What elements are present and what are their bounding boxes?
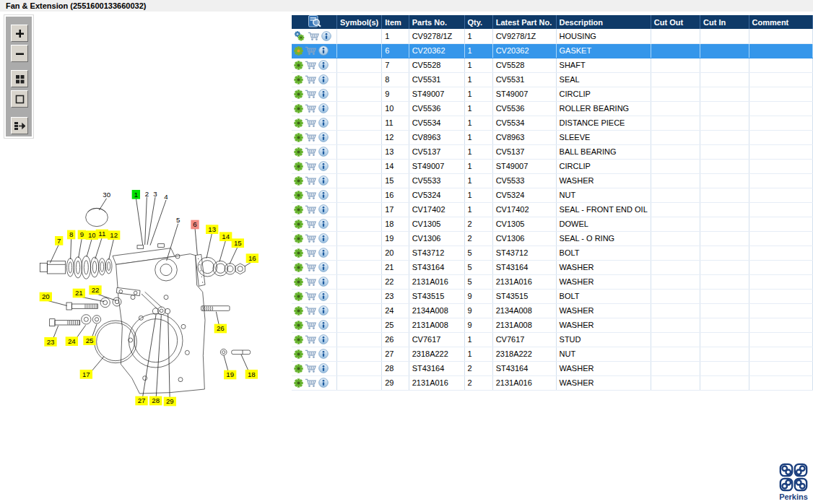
- callout-25[interactable]: 25: [83, 324, 97, 345]
- cart-icon[interactable]: [305, 219, 317, 229]
- info-icon[interactable]: [318, 349, 329, 359]
- gear-icon[interactable]: [294, 277, 303, 287]
- info-icon[interactable]: [318, 190, 329, 200]
- callout-6[interactable]: 6: [191, 220, 199, 255]
- table-row[interactable]: 7CV55281CV5528SHAFT: [292, 58, 813, 72]
- table-row[interactable]: 13CV51371CV5137BALL BEARING: [292, 144, 813, 159]
- table-row[interactable]: 28ST431642ST43164WASHER: [292, 361, 813, 375]
- cart-icon[interactable]: [305, 74, 317, 84]
- cart-icon[interactable]: [305, 248, 317, 258]
- callout-14[interactable]: 14: [219, 232, 232, 261]
- zoom-out-button[interactable]: [11, 45, 28, 62]
- gear-icon[interactable]: [294, 306, 303, 316]
- callout-26[interactable]: 26: [214, 312, 227, 334]
- full-view-button[interactable]: [11, 90, 28, 108]
- info-icon[interactable]: [318, 204, 329, 214]
- table-row[interactable]: 252131A00892131A008WASHER: [292, 318, 813, 332]
- table-row[interactable]: 6CV203621CV20362GASKET: [292, 43, 813, 58]
- callout-1[interactable]: 1: [132, 190, 143, 245]
- callout-4[interactable]: 4: [150, 193, 168, 246]
- table-row[interactable]: 292131A01622131A016WASHER: [292, 375, 813, 390]
- cart-icon[interactable]: [305, 103, 317, 113]
- callout-20[interactable]: 20: [40, 292, 67, 306]
- cart-icon[interactable]: [305, 320, 317, 330]
- cart-icon[interactable]: [305, 277, 317, 287]
- gear-icon[interactable]: [294, 234, 303, 243]
- info-icon[interactable]: [318, 74, 329, 84]
- table-row[interactable]: 242134A00892134A008WASHER: [292, 303, 813, 318]
- callout-3[interactable]: 3: [147, 190, 157, 245]
- callout-11[interactable]: 11: [95, 230, 108, 259]
- gear-icon[interactable]: [294, 104, 303, 113]
- zoom-in-button[interactable]: [11, 25, 28, 42]
- table-row[interactable]: 14ST490071ST49007CIRCLIP: [292, 159, 813, 173]
- info-icon[interactable]: [318, 378, 329, 388]
- callout-24[interactable]: 24: [66, 325, 86, 346]
- cart-icon[interactable]: [305, 363, 317, 373]
- gear-icon[interactable]: [294, 321, 303, 330]
- cart-icon[interactable]: [305, 45, 317, 56]
- table-row[interactable]: 20ST437125ST43712BOLT: [292, 246, 813, 260]
- table-row[interactable]: 10CV55361CV5536ROLLER BEARING: [292, 101, 813, 116]
- gear-icon[interactable]: [294, 118, 303, 128]
- info-icon[interactable]: [318, 248, 329, 258]
- info-icon[interactable]: [318, 103, 329, 113]
- callout-8[interactable]: 8: [67, 230, 75, 259]
- gear-icon[interactable]: [294, 90, 303, 99]
- info-icon[interactable]: [318, 147, 329, 157]
- callout-18[interactable]: 18: [241, 355, 258, 379]
- gear-icon[interactable]: [294, 349, 303, 359]
- info-icon[interactable]: [318, 320, 329, 330]
- gear-active-icon[interactable]: [294, 46, 303, 56]
- gear-icon[interactable]: [294, 133, 303, 142]
- gear-icon[interactable]: [294, 61, 303, 70]
- cart-icon[interactable]: [305, 132, 317, 142]
- cart-icon[interactable]: [305, 349, 317, 359]
- gear-icon[interactable]: [294, 220, 303, 229]
- table-row[interactable]: 12CV89631CV8963SLEEVE: [292, 130, 813, 144]
- info-icon[interactable]: [318, 175, 329, 186]
- callout-15[interactable]: 15: [230, 238, 244, 264]
- cart-icon[interactable]: [305, 233, 317, 243]
- cart-icon[interactable]: [308, 31, 320, 41]
- info-icon[interactable]: [318, 277, 329, 287]
- table-row[interactable]: 8CV55311CV5531SEAL: [292, 72, 813, 87]
- callout-23[interactable]: 23: [44, 326, 58, 347]
- gear-icon[interactable]: [294, 75, 303, 84]
- gear-icon[interactable]: [294, 248, 303, 258]
- gear-icon[interactable]: [294, 263, 303, 272]
- table-row[interactable]: 272318A22212318A222NUT: [292, 347, 813, 361]
- gears-icon[interactable]: [294, 31, 306, 41]
- info-icon[interactable]: [318, 262, 329, 272]
- cart-icon[interactable]: [305, 378, 317, 388]
- gear-icon[interactable]: [294, 364, 303, 373]
- cart-icon[interactable]: [305, 204, 317, 214]
- gear-icon[interactable]: [294, 147, 303, 157]
- gear-icon[interactable]: [294, 378, 303, 388]
- cart-icon[interactable]: [305, 305, 317, 316]
- cart-icon[interactable]: [305, 60, 317, 70]
- info-icon[interactable]: [318, 89, 329, 99]
- table-row[interactable]: 1CV9278/1Z1CV9278/1ZHOUSING: [292, 29, 813, 43]
- info-icon[interactable]: [318, 161, 329, 171]
- info-icon[interactable]: [318, 60, 329, 70]
- cart-icon[interactable]: [305, 291, 317, 301]
- callout-30[interactable]: 30: [99, 191, 110, 210]
- gear-icon[interactable]: [294, 191, 303, 200]
- table-row[interactable]: 18CV13052CV1305DOWEL: [292, 217, 813, 231]
- cart-icon[interactable]: [305, 190, 317, 200]
- gear-icon[interactable]: [294, 292, 303, 301]
- callout-16[interactable]: 16: [245, 253, 258, 266]
- info-icon[interactable]: [318, 305, 329, 316]
- table-row[interactable]: 11CV55341CV5534DISTANCE PIECE: [292, 116, 813, 130]
- info-icon[interactable]: [318, 233, 329, 243]
- callout-19[interactable]: 19: [224, 355, 236, 379]
- callout-13[interactable]: 13: [206, 225, 218, 258]
- info-icon[interactable]: [318, 219, 329, 229]
- cart-icon[interactable]: [305, 89, 317, 99]
- table-row[interactable]: 222131A01652131A016WASHER: [292, 274, 813, 289]
- gear-icon[interactable]: [294, 162, 303, 171]
- info-icon[interactable]: [318, 334, 329, 344]
- info-icon[interactable]: [318, 45, 329, 56]
- cart-icon[interactable]: [305, 175, 317, 186]
